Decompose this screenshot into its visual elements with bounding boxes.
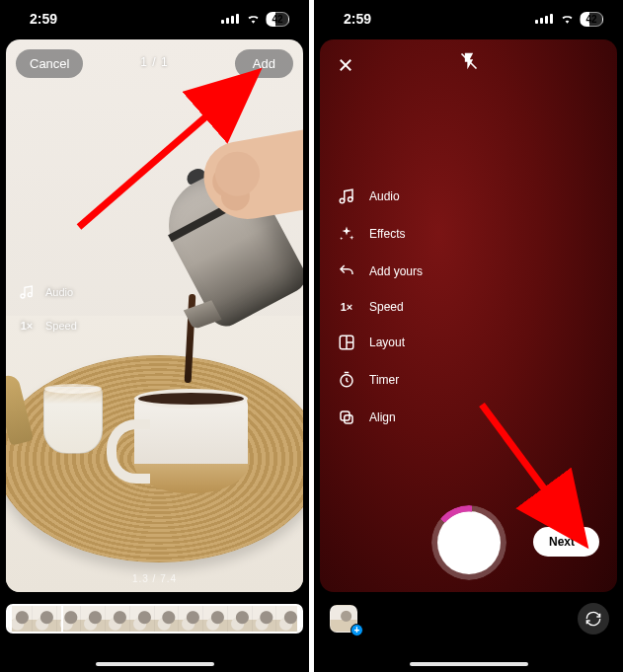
tool-audio-label: Audio [45,286,73,298]
tool-timer[interactable]: Timer [338,371,423,389]
progress-ring [431,505,506,580]
flash-off-icon[interactable] [459,51,479,75]
music-note-icon [338,187,355,205]
tool-layout-label: Layout [369,336,405,349]
camera-view[interactable]: Audio Effects Add yours 1× Speed Layout [320,39,617,592]
align-icon [338,409,355,426]
timer-icon [338,371,355,389]
tool-addyours-label: Add yours [369,264,423,278]
tool-speed[interactable]: 1× Speed [18,320,77,332]
status-time: 2:59 [344,11,371,27]
svg-point-4 [340,198,345,203]
video-preview[interactable]: Cancel Add 1 / 1 Audio 1× Speed 1.3 / 7.… [6,39,303,592]
wifi-icon [246,11,261,27]
add-media-badge[interactable]: + [350,624,363,636]
battery-icon: 42 [580,12,603,27]
edit-tools: Audio 1× Speed [18,284,77,332]
tool-addyours[interactable]: Add yours [338,262,423,280]
status-bar: 2:59 42 [314,0,623,37]
close-button[interactable] [334,53,357,77]
battery-icon: 42 [266,12,289,27]
switch-camera-button[interactable] [578,603,609,635]
speed-icon: 1× [18,320,36,332]
trim-handle-right[interactable] [297,604,303,634]
cellular-icon [221,14,239,24]
speed-icon: 1× [338,301,355,313]
trim-handle-left[interactable] [6,604,12,634]
sparkle-icon [338,225,355,243]
tool-audio[interactable]: Audio [18,284,77,300]
tool-align[interactable]: Align [338,409,423,426]
status-bar: 2:59 42 [0,0,309,37]
chevron-right-icon [578,537,587,547]
reply-arrow-icon [338,262,355,280]
status-right: 42 [535,11,603,27]
music-note-icon [18,284,36,300]
timeline[interactable] [6,604,303,634]
time-counter: 1.3 / 7.4 [132,573,177,584]
tool-timer-label: Timer [369,373,399,387]
layout-icon [338,334,355,351]
svg-point-1 [28,293,32,297]
wifi-icon [560,11,575,27]
cellular-icon [535,14,553,24]
next-button-label: Next [549,535,575,549]
phone-right: 2:59 42 Audio [314,0,623,672]
add-button[interactable]: Add [235,49,293,78]
camera-tools: Audio Effects Add yours 1× Speed Layout [338,187,423,426]
cancel-button[interactable]: Cancel [16,49,83,78]
filmstrip[interactable] [6,604,303,634]
svg-point-0 [21,294,25,298]
next-button[interactable]: Next [533,527,599,557]
tool-speed[interactable]: 1× Speed [338,300,423,314]
playhead[interactable] [61,604,63,634]
status-right: 42 [221,11,289,27]
status-time: 2:59 [30,11,57,27]
clip-counter: 1 / 1 [140,55,168,69]
tool-speed-label: Speed [45,320,77,332]
tool-audio[interactable]: Audio [338,187,423,205]
tool-align-label: Align [369,411,396,424]
phone-left: 2:59 42 Cancel Add 1 / 1 [0,0,309,672]
tool-layout[interactable]: Layout [338,334,423,351]
home-indicator[interactable] [410,662,528,666]
tool-effects[interactable]: Effects [338,225,423,243]
shutter-button[interactable] [437,511,501,574]
tool-audio-label: Audio [369,189,400,203]
tool-speed-label: Speed [369,300,404,314]
home-indicator[interactable] [96,662,214,666]
svg-point-5 [349,197,353,202]
tool-effects-label: Effects [369,227,405,241]
